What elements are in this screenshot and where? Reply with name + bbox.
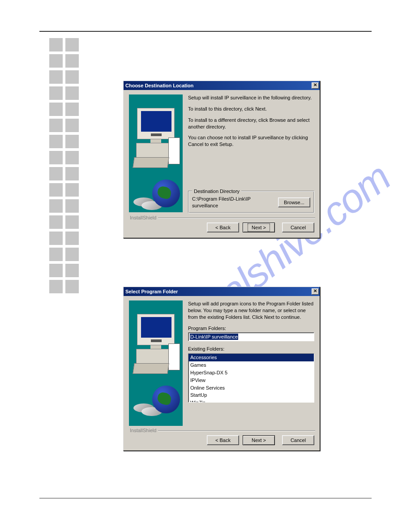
instruction-line-3: To install to a different directory, cli… bbox=[188, 117, 314, 130]
list-item[interactable]: Online Services bbox=[188, 384, 314, 392]
program-folders-input[interactable]: D-Link\IP surveillance bbox=[188, 332, 314, 341]
instruction-line-2: To install to this directory, click Next… bbox=[188, 106, 314, 112]
destination-groupbox: Destination Directory C:\Program Files\D… bbox=[188, 191, 314, 213]
program-folders-label: Program Folders: bbox=[188, 325, 314, 332]
list-item[interactable]: IPView bbox=[188, 377, 314, 384]
decorative-squares bbox=[49, 38, 79, 296]
cancel-button[interactable]: Cancel bbox=[282, 435, 314, 445]
back-button[interactable]: < Back bbox=[207, 435, 239, 445]
titlebar[interactable]: Select Program Folder ✕ bbox=[124, 287, 320, 296]
titlebar-title: Choose Destination Location bbox=[125, 83, 312, 88]
next-button[interactable]: Next > bbox=[243, 223, 275, 232]
existing-folders-listbox[interactable]: AccessoriesGamesHyperSnap-DX 5IPViewOnli… bbox=[188, 353, 314, 403]
list-item[interactable]: Accessories bbox=[188, 354, 314, 361]
list-item[interactable]: HyperSnap-DX 5 bbox=[188, 369, 314, 377]
choose-destination-dialog: Choose Destination Location ✕ Setup will… bbox=[123, 81, 320, 238]
groupbox-legend: Destination Directory bbox=[192, 188, 241, 195]
page-top-rule bbox=[39, 31, 372, 32]
select-program-folder-dialog: Select Program Folder ✕ Setup will add p… bbox=[123, 287, 320, 451]
instruction-line-1: Setup will install IP surveillance in th… bbox=[188, 94, 314, 101]
installshield-label: InstallShield bbox=[128, 215, 158, 220]
back-button[interactable]: < Back bbox=[207, 223, 239, 232]
destination-path: C:\Program Files\D-Link\IP surveillance bbox=[192, 196, 275, 209]
installshield-label: InstallShield bbox=[128, 428, 158, 433]
titlebar-title: Select Program Folder bbox=[125, 289, 312, 294]
page-bottom-rule bbox=[39, 498, 372, 498]
titlebar[interactable]: Choose Destination Location ✕ bbox=[124, 81, 320, 90]
close-icon[interactable]: ✕ bbox=[312, 82, 319, 89]
browse-button[interactable]: Browse... bbox=[278, 197, 310, 207]
next-button[interactable]: Next > bbox=[243, 435, 275, 445]
list-item[interactable]: StartUp bbox=[188, 391, 314, 399]
intro-text: Setup will add program icons to the Prog… bbox=[188, 300, 314, 321]
existing-folders-label: Existing Folders: bbox=[188, 346, 314, 352]
cancel-button[interactable]: Cancel bbox=[282, 223, 314, 232]
list-item[interactable]: Games bbox=[188, 361, 314, 369]
wizard-art bbox=[129, 94, 183, 212]
wizard-art bbox=[129, 300, 183, 426]
close-icon[interactable]: ✕ bbox=[312, 288, 319, 295]
instruction-line-4: You can choose not to install IP surveil… bbox=[188, 134, 314, 148]
list-item[interactable]: WinZip bbox=[188, 399, 314, 403]
